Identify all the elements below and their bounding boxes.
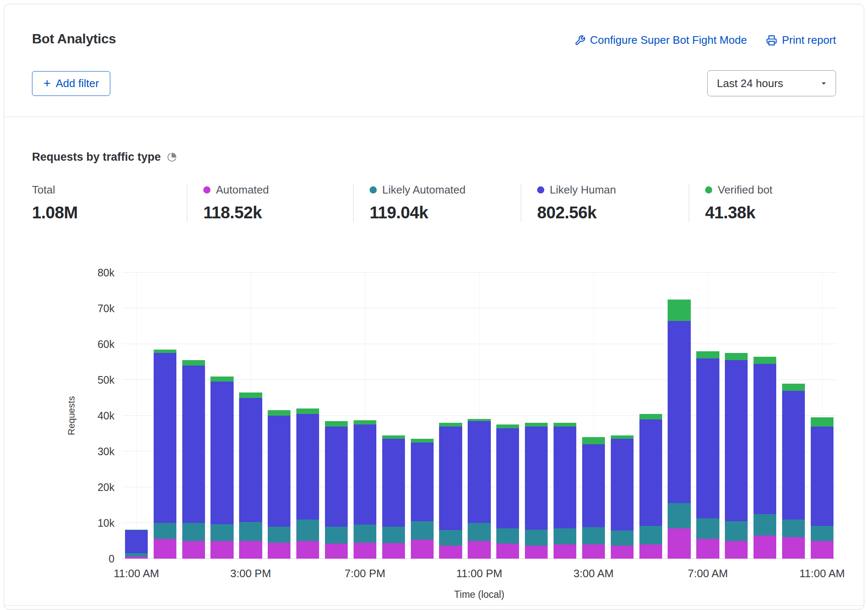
stacked-bar xyxy=(611,435,634,559)
bar-segment-verified-bot xyxy=(582,437,605,444)
bar-slot[interactable] xyxy=(237,273,265,559)
stat-value: 802.56k xyxy=(537,203,680,222)
bar-segment-likely-human xyxy=(782,391,805,520)
stat-value: 119.04k xyxy=(370,203,512,222)
bar-slot[interactable] xyxy=(208,273,237,559)
bar-segment-verified-bot xyxy=(554,423,576,427)
bar-segment-likely-automated xyxy=(125,553,148,557)
x-tick-label: 11:00 AM xyxy=(799,567,845,580)
bar-slot[interactable] xyxy=(551,273,579,559)
bar-slot[interactable] xyxy=(437,273,465,559)
bar-segment-likely-human xyxy=(268,416,290,527)
bar-slot[interactable] xyxy=(122,273,151,559)
stacked-bar xyxy=(668,300,690,559)
bar-segment-automated xyxy=(496,544,519,559)
bar-segment-likely-human xyxy=(696,358,719,518)
x-tick-label: 7:00 PM xyxy=(345,567,386,580)
bar-segment-verified-bot xyxy=(182,360,205,366)
bar-slot[interactable] xyxy=(293,273,322,559)
bar-slot[interactable] xyxy=(751,273,779,559)
bar-segment-likely-automated xyxy=(468,523,490,541)
bar-segment-verified-bot xyxy=(382,435,405,439)
stats-row: Total 1.08M Automated 118.52k Likely Aut… xyxy=(32,184,836,222)
bar-segment-automated xyxy=(668,528,690,559)
bar-segment-automated xyxy=(239,541,262,559)
bar-segment-likely-human xyxy=(611,439,634,530)
bar-slot[interactable] xyxy=(179,273,208,559)
bar-segment-likely-automated xyxy=(354,525,376,543)
stacked-bar xyxy=(725,353,748,559)
bar-slot[interactable] xyxy=(379,273,408,559)
bar-slot[interactable] xyxy=(465,273,494,559)
bar-slot[interactable] xyxy=(694,273,722,559)
bar-segment-likely-human xyxy=(154,353,176,523)
chart-plot: 010k20k30k40k50k60k70k80k 11:00 AM3:00 P… xyxy=(122,273,836,559)
bar-slot[interactable] xyxy=(265,273,293,559)
bar-segment-verified-bot xyxy=(210,377,233,382)
bar-segment-verified-bot xyxy=(725,353,748,360)
bar-segment-likely-human xyxy=(525,427,548,530)
bar-slot[interactable] xyxy=(608,273,636,559)
stacked-bar xyxy=(125,530,148,559)
bar-segment-automated xyxy=(439,546,462,559)
bar-segment-likely-human xyxy=(325,427,348,527)
x-tick-label: 11:00 PM xyxy=(456,567,502,580)
chart-bars xyxy=(122,273,836,559)
configure-link-label: Configure Super Bot Fight Mode xyxy=(590,34,747,47)
x-tick-label: 3:00 PM xyxy=(230,567,271,580)
configure-super-bot-fight-mode-link[interactable]: Configure Super Bot Fight Mode xyxy=(575,34,747,47)
print-report-link[interactable]: Print report xyxy=(766,34,836,47)
bar-slot[interactable] xyxy=(351,273,379,559)
add-filter-button[interactable]: + Add filter xyxy=(32,71,110,96)
bar-segment-likely-automated xyxy=(296,520,319,541)
bar-slot[interactable] xyxy=(322,273,351,559)
bar-segment-verified-bot xyxy=(239,393,262,398)
stat-value: 118.52k xyxy=(203,203,345,222)
bar-slot[interactable] xyxy=(808,273,836,559)
bar-slot[interactable] xyxy=(579,273,608,559)
y-tick-label: 70k xyxy=(98,302,122,315)
requests-chart: Requests 010k20k30k40k50k60k70k80k 11:00… xyxy=(60,273,808,609)
bar-segment-likely-automated xyxy=(754,514,776,536)
verified-bot-legend-dot xyxy=(705,186,712,194)
bar-slot[interactable] xyxy=(493,273,522,559)
bar-slot[interactable] xyxy=(665,273,694,559)
y-tick-label: 20k xyxy=(98,481,122,493)
bar-segment-automated xyxy=(611,546,634,559)
bar-slot[interactable] xyxy=(522,273,551,559)
stacked-bar xyxy=(525,423,548,559)
time-range-select[interactable]: Last 24 hours xyxy=(707,70,836,96)
stat-label: Total xyxy=(32,183,55,196)
bar-segment-likely-human xyxy=(239,398,262,522)
print-link-label: Print report xyxy=(782,34,836,47)
bar-segment-verified-bot xyxy=(439,423,462,427)
add-filter-label: Add filter xyxy=(56,77,99,90)
bar-segment-automated xyxy=(754,536,776,559)
bar-segment-likely-automated xyxy=(782,520,805,538)
stacked-bar xyxy=(639,414,662,559)
bar-segment-automated xyxy=(182,541,205,559)
bar-segment-likely-automated xyxy=(696,518,719,539)
x-tick-label: 11:00 AM xyxy=(114,567,159,580)
stat-likely-automated: Likely Automated 119.04k xyxy=(353,184,521,222)
stacked-bar xyxy=(554,423,576,559)
stat-label: Likely Automated xyxy=(382,183,466,196)
bar-segment-likely-automated xyxy=(182,523,205,541)
bar-segment-automated xyxy=(125,557,148,559)
bar-segment-likely-human xyxy=(811,427,833,526)
stat-total: Total 1.08M xyxy=(32,184,187,222)
bar-segment-verified-bot xyxy=(496,424,519,428)
section-heading: Requests by traffic type xyxy=(32,151,161,164)
likely-automated-legend-dot xyxy=(370,186,377,194)
bar-segment-likely-human xyxy=(582,444,605,527)
bar-slot[interactable] xyxy=(151,273,179,559)
chevron-down-icon xyxy=(819,78,829,88)
bar-segment-automated xyxy=(296,541,319,559)
stat-likely-human: Likely Human 802.56k xyxy=(521,184,689,222)
pie-chart-icon xyxy=(167,152,177,162)
bar-slot[interactable] xyxy=(636,273,665,559)
bar-segment-likely-human xyxy=(668,321,690,504)
bar-slot[interactable] xyxy=(408,273,437,559)
bar-slot[interactable] xyxy=(722,273,751,559)
bar-slot[interactable] xyxy=(779,273,808,559)
